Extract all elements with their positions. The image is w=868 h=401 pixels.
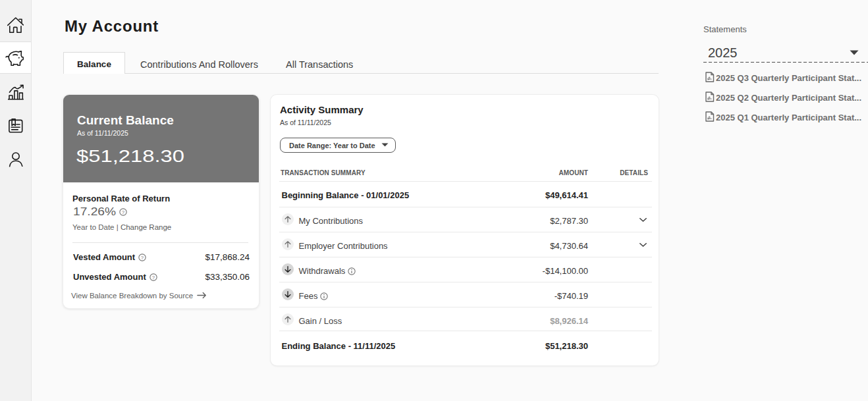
svg-text:?: ? [152,275,155,281]
svg-text:?: ? [122,209,124,215]
svg-text:?: ? [141,255,144,261]
